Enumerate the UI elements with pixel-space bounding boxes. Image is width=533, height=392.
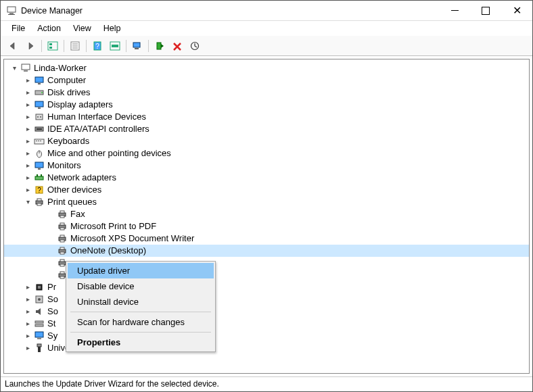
svg-rect-0 <box>7 7 16 12</box>
ctx-scan-hardware[interactable]: Scan for hardware changes <box>68 314 214 330</box>
menu-file[interactable]: File <box>6 22 30 34</box>
chevron-right-icon[interactable]: ▸ <box>23 185 32 195</box>
menu-help[interactable]: Help <box>98 22 126 34</box>
software-icon <box>34 294 45 305</box>
menu-view[interactable]: View <box>68 22 97 34</box>
tree-category[interactable]: ▸IDE ATA/ATAPI controllers <box>4 123 529 135</box>
chevron-right-icon[interactable]: ▸ <box>23 331 32 341</box>
tree-item-label: Other devices <box>47 184 101 196</box>
toolbar: ? <box>1 36 532 56</box>
chevron-right-icon[interactable]: ▸ <box>23 149 32 158</box>
monitor-icon <box>34 99 45 110</box>
ctx-update-driver[interactable]: Update driver <box>68 263 214 278</box>
action-toolbar-button[interactable] <box>107 38 123 54</box>
tree-category[interactable]: ▸Mice and other pointing devices <box>4 147 529 160</box>
enable-device-button[interactable] <box>152 38 168 54</box>
tree-category[interactable]: ▸Disk drives <box>4 87 529 99</box>
help-toolbar-button[interactable]: ? <box>89 38 106 54</box>
svg-rect-25 <box>38 107 41 109</box>
app-icon <box>6 5 17 16</box>
menu-action[interactable]: Action <box>32 22 66 34</box>
nav-back-button[interactable] <box>5 38 21 54</box>
maximize-button[interactable] <box>470 1 501 20</box>
svg-rect-24 <box>35 101 43 107</box>
tree-category[interactable]: ▸Computer <box>4 74 529 87</box>
svg-rect-60 <box>60 260 64 262</box>
svg-rect-64 <box>60 276 64 278</box>
chevron-right-icon[interactable]: ▸ <box>23 76 32 85</box>
chevron-right-icon[interactable]: ▸ <box>23 319 32 328</box>
tree-category[interactable]: ▸?Other devices <box>4 184 529 196</box>
tree-category[interactable]: ▸Keyboards <box>4 135 529 147</box>
svg-rect-74 <box>38 347 41 352</box>
svg-point-28 <box>40 116 41 118</box>
chevron-right-icon[interactable]: ▸ <box>23 295 32 304</box>
chevron-right-icon[interactable]: ▸ <box>23 124 32 134</box>
svg-rect-45 <box>37 199 41 201</box>
other-icon: ? <box>34 185 45 195</box>
tree-item-label: So <box>47 293 58 305</box>
tree-category[interactable]: ▸Display adapters <box>4 99 529 111</box>
mouse-icon <box>34 148 45 159</box>
svg-text:?: ? <box>37 187 41 194</box>
svg-rect-30 <box>37 128 42 130</box>
tree-device[interactable]: Microsoft Print to PDF <box>4 220 529 232</box>
show-hide-tree-button[interactable] <box>45 38 61 54</box>
svg-rect-49 <box>60 216 64 218</box>
close-button[interactable]: ✕ <box>501 1 532 20</box>
svg-rect-34 <box>40 141 41 141</box>
properties-toolbar-button[interactable] <box>67 38 83 54</box>
svg-rect-1 <box>9 13 14 14</box>
tree-category[interactable]: ▸Network adapters <box>4 172 529 184</box>
svg-rect-15 <box>135 48 139 49</box>
chevron-right-icon[interactable]: ▸ <box>23 112 32 122</box>
ctx-uninstall-device[interactable]: Uninstall device <box>68 294 214 310</box>
toolbar-sep <box>64 40 64 52</box>
pc-icon <box>20 63 31 74</box>
scan-hardware-button[interactable] <box>129 38 145 54</box>
update-driver-button[interactable] <box>187 38 203 54</box>
tree-device[interactable]: Fax <box>4 208 529 220</box>
chevron-right-icon[interactable]: ▸ <box>23 88 32 97</box>
svg-point-23 <box>41 92 43 93</box>
chevron-right-icon[interactable]: ▸ <box>23 173 32 182</box>
context-menu: Update driver Disable device Uninstall d… <box>66 261 216 352</box>
minimize-button[interactable] <box>439 1 470 20</box>
tree-category[interactable]: ▾Print queues <box>4 196 529 208</box>
system-icon <box>34 330 45 341</box>
svg-rect-73 <box>37 344 41 347</box>
toolbar-sep <box>148 40 149 52</box>
uninstall-device-button[interactable] <box>169 38 185 54</box>
chevron-right-icon[interactable]: ▸ <box>23 307 32 316</box>
tree-category[interactable]: ▸Human Interface Devices <box>4 111 529 123</box>
disk-icon <box>34 87 45 98</box>
ctx-properties[interactable]: Properties <box>68 335 214 350</box>
tree-item-label: OneNote (Desktop) <box>70 245 146 257</box>
svg-rect-41 <box>41 174 42 176</box>
tree-item-label: Print queues <box>47 196 97 208</box>
tree-view[interactable]: ▾Linda-Worker▸Computer▸Disk drives▸Displ… <box>3 59 530 374</box>
chevron-right-icon[interactable]: ▸ <box>23 137 32 146</box>
tree-device[interactable]: Microsoft XPS Document Writer <box>4 232 529 245</box>
nav-forward-button[interactable] <box>22 38 39 54</box>
svg-point-27 <box>37 116 39 118</box>
chevron-right-icon[interactable]: ▸ <box>23 343 32 353</box>
svg-rect-31 <box>34 139 44 144</box>
tree-category[interactable]: ▸Monitors <box>4 160 529 172</box>
printer-icon <box>57 233 68 244</box>
chevron-right-icon[interactable]: ▸ <box>23 100 32 109</box>
chevron-right-icon[interactable]: ▸ <box>23 161 32 170</box>
ctx-separator <box>70 312 211 312</box>
tree-item-label: Pr <box>47 281 56 293</box>
chevron-down-icon[interactable]: ▾ <box>9 64 19 73</box>
tree-item-label: Disk drives <box>47 87 91 99</box>
ctx-disable-device[interactable]: Disable device <box>68 278 214 294</box>
chevron-right-icon[interactable]: ▸ <box>23 283 32 292</box>
svg-rect-32 <box>36 141 37 141</box>
tree-device[interactable]: OneNote (Desktop) <box>4 245 529 257</box>
tree-root[interactable]: ▾Linda-Worker <box>4 62 529 74</box>
svg-rect-55 <box>60 240 64 242</box>
svg-rect-66 <box>38 286 41 289</box>
chevron-down-icon[interactable]: ▾ <box>23 197 32 207</box>
menubar: File Action View Help <box>1 21 532 36</box>
